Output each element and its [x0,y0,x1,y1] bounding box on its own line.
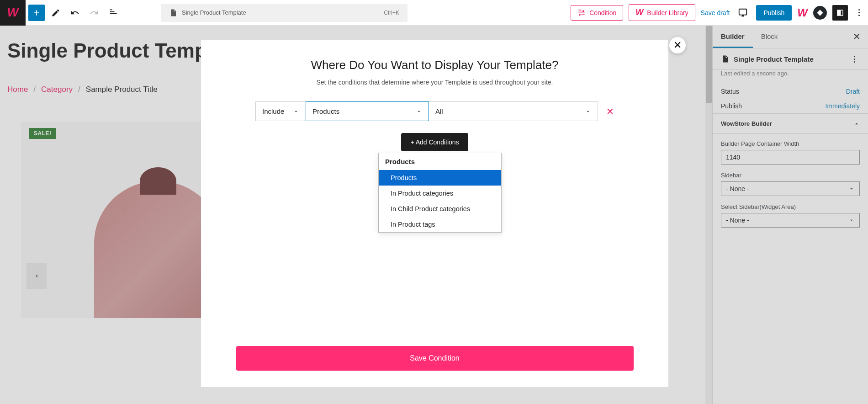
builder-library-button[interactable]: W Builder Library [629,4,695,21]
condition-type-dropdown: Products Products In Product categories … [378,153,502,233]
undo-button[interactable] [67,5,83,21]
avatar[interactable] [813,6,827,20]
condition-type-select[interactable]: Products [306,101,429,121]
chevron-down-icon [585,108,591,115]
remove-condition-button[interactable]: ✕ [606,106,614,117]
list-view-button[interactable] [105,5,122,21]
undo-icon [70,8,79,17]
add-condition-button[interactable]: + Add Conditions [401,133,468,151]
edit-button[interactable] [48,5,64,21]
add-block-button[interactable] [28,5,45,21]
condition-target-select[interactable]: All [429,101,598,121]
save-condition-button[interactable]: Save Condition [236,346,634,371]
publish-button[interactable]: Publish [756,5,792,21]
shortcut-hint: Ctrl+K [384,10,399,16]
modal-close-button[interactable]: ✕ [669,37,686,53]
chevron-down-icon [293,108,299,115]
document-title-bar[interactable]: Single Product Template Ctrl+K [161,4,408,22]
dropdown-item-product-categories[interactable]: In Product categories [379,186,501,201]
condition-icon [577,9,586,17]
save-draft-link[interactable]: Save draft [701,9,730,16]
document-icon [169,9,177,17]
dropdown-header: Products [379,153,501,170]
app-logo[interactable]: W [0,0,26,26]
preview-button[interactable] [735,5,751,21]
condition-row: Include Products All ✕ [224,101,646,121]
desktop-icon [738,8,748,18]
sidebar-toggle[interactable] [832,5,848,21]
include-exclude-select[interactable]: Include [255,101,306,121]
dropdown-item-child-categories[interactable]: In Child Product categories [379,201,501,217]
modal-title: Where Do You Want to Display Your Templa… [224,58,646,72]
wowstore-icon[interactable]: W [797,6,808,19]
outline-icon [109,8,118,17]
library-icon: W [635,8,643,17]
modal: ✕ Where Do You Want to Display Your Temp… [201,40,668,387]
topbar-right: Condition W Builder Library Save draft P… [571,4,864,21]
redo-button[interactable] [86,5,102,21]
condition-button[interactable]: Condition [571,5,623,21]
topbar: W Single Product Template Ctrl+K Conditi… [0,0,868,26]
chevron-down-icon [416,108,422,115]
plus-icon [32,8,41,17]
dropdown-item-products[interactable]: Products [379,170,501,186]
options-menu[interactable] [853,9,864,16]
modal-subtitle: Set the conditions that determine where … [224,79,646,86]
panel-icon [836,9,844,17]
dropdown-item-product-tags[interactable]: In Product tags [379,217,501,232]
redo-icon [90,8,99,17]
document-title: Single Product Template [182,9,246,16]
pencil-icon [51,8,60,17]
user-icon [816,9,824,16]
